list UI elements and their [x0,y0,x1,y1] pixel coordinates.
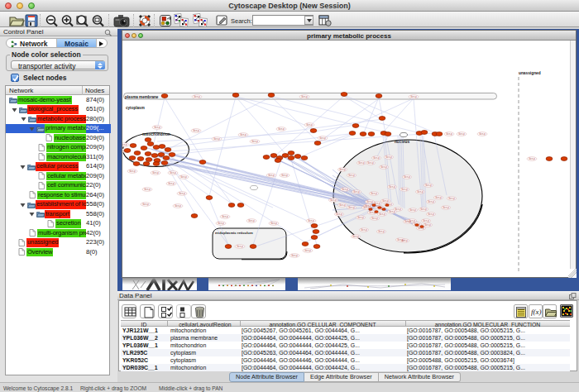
svg-text:Gcn-p: Gcn-p [308,219,314,222]
svg-text:Gcn-p: Gcn-p [379,213,385,216]
svg-text:Gcn-p: Gcn-p [446,132,452,136]
svg-text:Gcn-p: Gcn-p [435,196,442,199]
svg-text:Gcn-p: Gcn-p [352,235,359,238]
svg-text:Gcn-p: Gcn-p [193,129,199,132]
svg-text:Gcn-p: Gcn-p [348,174,355,177]
svg-text:Gcn-p: Gcn-p [529,157,535,160]
svg-text:Gcn-p: Gcn-p [142,203,149,206]
svg-text:Gcn-p: Gcn-p [479,132,486,136]
svg-text:Gcn-p: Gcn-p [382,199,389,203]
svg-text:Gcn-p: Gcn-p [358,161,365,165]
svg-text:Gcn-p: Gcn-p [425,184,432,187]
svg-text:Gcn-p: Gcn-p [448,197,455,200]
svg-text:Gcn-p: Gcn-p [409,219,415,222]
svg-text:Gcn-p: Gcn-p [373,156,380,160]
svg-text:Gcn-p: Gcn-p [144,188,151,191]
svg-text:Gcn-p: Gcn-p [380,165,387,169]
svg-text:Gcn-p: Gcn-p [122,143,127,146]
svg-text:Gcn-p: Gcn-p [291,254,298,257]
svg-text:Gcn-p: Gcn-p [154,126,160,129]
svg-text:Gcn-p: Gcn-p [222,215,228,218]
svg-text:Gcn-p: Gcn-p [357,216,364,219]
svg-text:Gcn-p: Gcn-p [389,210,395,213]
svg-text:Gcn-p: Gcn-p [213,137,220,141]
svg-text:f(x): f(x) [531,308,542,316]
svg-text:Gcn-p: Gcn-p [367,161,374,165]
svg-text:Gcn-p: Gcn-p [348,206,355,209]
svg-text:Gcn-p: Gcn-p [278,127,285,131]
svg-text:Gcn-p: Gcn-p [170,171,176,174]
svg-text:Gcn-p: Gcn-p [281,174,288,177]
svg-text:unassigned: unassigned [519,71,541,75]
svg-text:Gcn-p: Gcn-p [180,175,187,179]
svg-text:Gcn-p: Gcn-p [371,217,378,220]
svg-text:Gcn-p: Gcn-p [385,155,392,159]
svg-text:Gcn-p: Gcn-p [251,140,258,143]
svg-text:Gcn-p: Gcn-p [301,95,308,98]
svg-text:Gcn-p: Gcn-p [361,228,367,232]
svg-text:Gcn-p: Gcn-p [319,136,326,140]
svg-text:Gcn-p: Gcn-p [175,204,181,208]
svg-text:Gcn-p: Gcn-p [339,168,346,171]
svg-text:Gcn-p: Gcn-p [330,198,337,202]
svg-text:Gcn-p: Gcn-p [306,123,313,127]
svg-text:Gcn-p: Gcn-p [342,188,348,191]
svg-text:Gcn-p: Gcn-p [366,200,373,203]
svg-text:Gcn-p: Gcn-p [240,133,246,136]
svg-text:Gcn-p: Gcn-p [270,222,277,225]
svg-text:Gcn-p: Gcn-p [428,213,434,216]
svg-text:Gcn-p: Gcn-p [410,95,417,98]
svg-text:Gcn-p: Gcn-p [336,213,342,216]
svg-text:Gcn-p: Gcn-p [417,190,423,194]
svg-text:Gcn-p: Gcn-p [353,190,360,194]
svg-text:Gcn-p: Gcn-p [378,230,385,233]
svg-text:Gcn-p: Gcn-p [397,238,404,241]
svg-text:Gcn-p: Gcn-p [423,219,429,222]
svg-text:Gcn-p: Gcn-p [339,203,346,207]
svg-text:Gcn-p: Gcn-p [268,174,275,177]
svg-text:Gcn-p: Gcn-p [404,175,410,179]
svg-text:Gcn-p: Gcn-p [443,206,449,209]
svg-text:Gcn-p: Gcn-p [168,182,175,185]
svg-text:Gcn-p: Gcn-p [129,170,136,173]
svg-text:Gcn-p: Gcn-p [371,192,377,195]
svg-text:Gcn-p: Gcn-p [428,200,434,203]
svg-text:Gcn-p: Gcn-p [409,208,416,212]
svg-text:Gcn-p: Gcn-p [458,132,465,136]
svg-text:Gcn-p: Gcn-p [304,249,311,252]
svg-text:endoplasmic reticulum: endoplasmic reticulum [215,231,253,235]
svg-text:Gcn-p: Gcn-p [179,192,185,195]
svg-text:Gcn-p: Gcn-p [218,222,224,225]
svg-text:Gcn-p: Gcn-p [424,223,431,227]
svg-text:Gcn-p: Gcn-p [194,95,200,98]
svg-text:Gcn-p: Gcn-p [401,188,408,191]
svg-text:Gcn-p: Gcn-p [420,208,427,211]
svg-text:Gcn-p: Gcn-p [395,208,401,211]
svg-text:nucleus: nucleus [395,140,409,144]
svg-text:plasma membrane: plasma membrane [125,95,159,99]
svg-text:Gcn-p: Gcn-p [389,185,395,189]
svg-text:Gcn-p: Gcn-p [152,171,159,174]
svg-text:Gcn-p: Gcn-p [248,219,255,222]
svg-text:cytoplasm: cytoplasm [126,106,145,110]
svg-text:Gcn-p: Gcn-p [237,245,243,248]
